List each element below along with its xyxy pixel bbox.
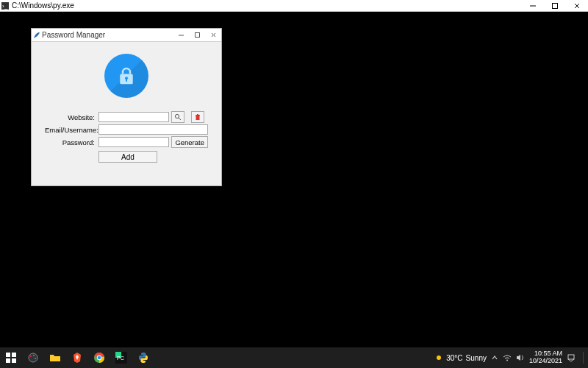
feather-icon xyxy=(32,32,42,39)
svg-point-35 xyxy=(506,360,508,361)
email-input[interactable] xyxy=(98,124,208,135)
pm-close-button[interactable] xyxy=(205,29,221,42)
svg-rect-16 xyxy=(196,115,200,116)
lock-logo xyxy=(104,54,148,98)
taskbar-app-explorer[interactable] xyxy=(44,347,66,368)
svg-text:›_: ›_ xyxy=(2,3,8,10)
console-icon: ›_ xyxy=(0,2,10,10)
sun-icon xyxy=(434,353,443,362)
svg-point-24 xyxy=(33,355,35,356)
weather-widget[interactable]: 30°C Sunny xyxy=(434,353,487,362)
python-icon xyxy=(137,352,149,364)
wifi-icon[interactable] xyxy=(503,354,512,361)
svg-point-25 xyxy=(35,358,36,359)
svg-rect-3 xyxy=(553,3,558,8)
taskbar-app-chrome[interactable] xyxy=(88,347,110,368)
svg-rect-20 xyxy=(6,358,10,363)
taskbar-clock[interactable]: 10:55 AM 10/24/2021 xyxy=(529,350,562,365)
svg-point-23 xyxy=(30,355,32,357)
taskbar-date: 10/24/2021 xyxy=(529,358,562,365)
pm-maximize-button[interactable] xyxy=(189,29,205,42)
console-close-button[interactable] xyxy=(566,0,588,12)
svg-rect-17 xyxy=(197,114,198,115)
folder-icon xyxy=(49,352,61,364)
console-titlebar: ›_ C:\Windows\py.exe xyxy=(0,0,588,12)
svg-text:PC: PC xyxy=(117,355,124,361)
console-title: C:\Windows\py.exe xyxy=(10,1,522,10)
pm-minimize-button[interactable] xyxy=(173,29,189,42)
add-button[interactable]: Add xyxy=(98,151,157,163)
taskbar-app-pycharm[interactable]: PC xyxy=(110,347,132,368)
show-desktop-button[interactable] xyxy=(583,352,584,364)
svg-rect-21 xyxy=(12,358,16,363)
pm-form: Website: Email/Username: Password: Gener… xyxy=(45,111,208,163)
email-label: Email/Username: xyxy=(45,126,96,134)
weather-temp: 30°C xyxy=(446,354,462,362)
svg-line-14 xyxy=(179,118,181,120)
system-tray: 30°C Sunny 10:55 AM 10/24/2021 xyxy=(434,350,588,365)
taskbar: PC 30°C Sunny 10:55 AM 10/24/2021 xyxy=(0,347,588,368)
delete-button[interactable] xyxy=(191,111,204,123)
svg-rect-12 xyxy=(126,79,127,82)
pycharm-icon: PC xyxy=(115,352,127,364)
svg-rect-19 xyxy=(12,353,16,357)
console-maximize-button[interactable] xyxy=(544,0,566,12)
svg-point-13 xyxy=(176,114,179,118)
search-button[interactable] xyxy=(171,111,184,123)
chrome-icon xyxy=(93,352,105,364)
pm-body: Website: Email/Username: Password: Gener… xyxy=(32,42,221,170)
password-manager-window: Password Manager Website: xyxy=(31,28,222,186)
taskbar-app-python[interactable] xyxy=(132,347,154,368)
start-button[interactable] xyxy=(0,347,22,368)
volume-icon[interactable] xyxy=(516,354,525,361)
website-input[interactable] xyxy=(98,112,169,122)
svg-point-22 xyxy=(29,353,37,362)
svg-rect-18 xyxy=(6,353,10,357)
console-minimize-button[interactable] xyxy=(522,0,544,12)
notifications-icon[interactable] xyxy=(567,353,576,362)
tray-chevron-up-icon[interactable] xyxy=(491,354,498,361)
svg-rect-36 xyxy=(568,355,574,359)
trash-icon xyxy=(194,113,201,121)
palette-icon xyxy=(27,352,39,364)
lock-icon xyxy=(115,65,137,87)
svg-point-34 xyxy=(437,355,441,360)
pm-title: Password Manager xyxy=(42,31,173,39)
svg-point-30 xyxy=(98,356,101,360)
password-label: Password: xyxy=(45,138,96,146)
brave-icon xyxy=(71,352,83,364)
search-icon xyxy=(174,113,182,121)
svg-rect-15 xyxy=(196,116,199,120)
weather-desc: Sunny xyxy=(466,354,487,362)
password-input[interactable] xyxy=(98,137,169,147)
taskbar-app-paint[interactable] xyxy=(22,347,44,368)
taskbar-app-brave[interactable] xyxy=(66,347,88,368)
console-window-controls xyxy=(522,0,588,12)
website-label: Website: xyxy=(45,113,96,121)
generate-button[interactable]: Generate xyxy=(171,136,208,148)
windows-icon xyxy=(6,353,16,363)
pm-titlebar[interactable]: Password Manager xyxy=(32,29,221,42)
svg-rect-7 xyxy=(195,33,199,38)
